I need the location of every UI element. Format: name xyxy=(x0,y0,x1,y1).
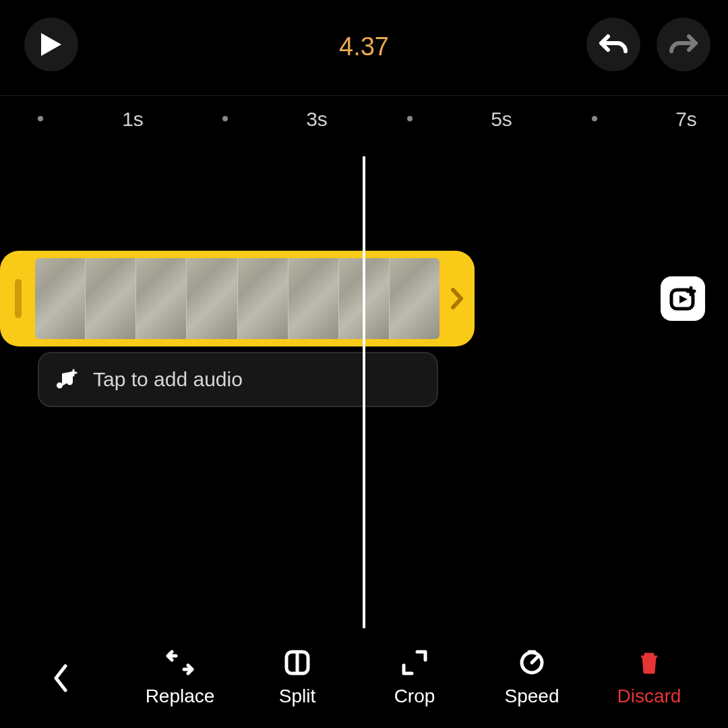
chevron-right-icon xyxy=(450,287,464,310)
speed-icon xyxy=(518,649,545,676)
clip-trim-handle-left[interactable] xyxy=(15,279,22,318)
clip-frame xyxy=(238,258,289,339)
undo-icon xyxy=(599,31,628,58)
clip-frame xyxy=(187,258,237,339)
action-label: Split xyxy=(279,686,315,707)
action-label: Speed xyxy=(505,686,559,707)
music-note-icon xyxy=(55,368,78,391)
ruler-label: 1s xyxy=(122,108,144,131)
top-bar: 4.37 xyxy=(0,0,728,96)
redo-button[interactable] xyxy=(657,18,710,71)
add-audio-label: Tap to add audio xyxy=(93,368,243,391)
add-clip-icon xyxy=(669,284,697,313)
clip-frame xyxy=(136,258,187,339)
play-icon xyxy=(40,32,63,57)
clip-frame xyxy=(86,258,136,339)
play-button[interactable] xyxy=(24,18,78,71)
bottom-toolbar: Replace Split Crop Speed Discard xyxy=(0,628,728,728)
ruler-label: 7s xyxy=(675,108,697,131)
ruler-tick xyxy=(407,116,413,121)
clip-trim-handle-right[interactable] xyxy=(450,287,464,310)
back-button[interactable] xyxy=(0,628,121,728)
crop-icon xyxy=(401,649,428,676)
add-clip-button[interactable] xyxy=(661,276,705,321)
ruler-tick xyxy=(222,116,228,121)
action-label: Discard xyxy=(617,686,681,707)
clip-thumbnails xyxy=(35,258,439,339)
undo-button[interactable] xyxy=(586,18,640,71)
ruler-tick xyxy=(38,116,43,121)
speed-button[interactable]: Speed xyxy=(478,649,586,707)
timeline[interactable]: Tap to add audio xyxy=(0,136,728,628)
add-audio-button[interactable]: Tap to add audio xyxy=(38,352,438,407)
split-icon xyxy=(284,649,311,676)
split-button[interactable]: Split xyxy=(243,649,351,707)
ruler-label: 5s xyxy=(491,108,512,131)
ruler-label: 3s xyxy=(306,108,328,131)
action-label: Replace xyxy=(146,686,215,707)
ruler-tick xyxy=(592,116,597,121)
chevron-left-icon xyxy=(52,663,69,693)
playhead[interactable] xyxy=(363,156,365,628)
discard-button[interactable]: Discard xyxy=(595,649,703,707)
action-row: Replace Split Crop Speed Discard xyxy=(121,649,728,707)
time-ruler[interactable]: 1s 3s 5s 7s xyxy=(0,96,728,136)
replace-icon xyxy=(165,649,195,676)
video-clip[interactable] xyxy=(0,251,475,346)
clip-frame xyxy=(390,258,439,339)
replace-button[interactable]: Replace xyxy=(126,649,234,707)
redo-icon xyxy=(669,31,698,58)
clip-frame xyxy=(289,258,339,339)
clip-frame xyxy=(35,258,86,339)
crop-button[interactable]: Crop xyxy=(361,649,468,707)
action-label: Crop xyxy=(394,686,435,707)
current-time: 4.37 xyxy=(339,32,389,61)
trash-icon xyxy=(636,649,663,676)
